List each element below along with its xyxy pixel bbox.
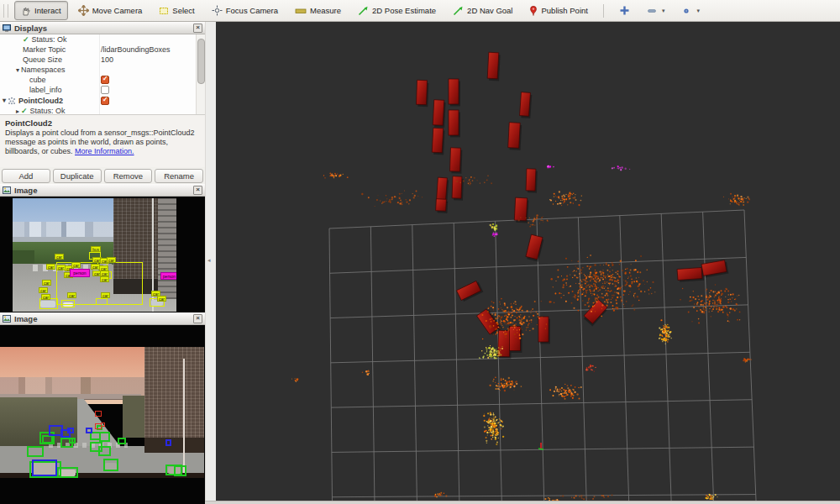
tool-measure[interactable]: Measure (288, 1, 348, 20)
green-detection-box (42, 435, 53, 444)
tool-publish-point[interactable]: Publish Point (522, 1, 594, 20)
tool-buttons: InteractMove CameraSelectFocus CameraMea… (13, 0, 596, 21)
detection-label: car (100, 276, 109, 282)
tree-row-queue-size[interactable]: Queue Size100 (0, 55, 205, 65)
chevron-down-icon[interactable]: ▾ (696, 8, 700, 14)
lidar-bounding-box (701, 260, 728, 277)
toolbar-drag-handle[interactable] (3, 4, 8, 18)
tool-minus-icon[interactable]: ▾ (640, 1, 672, 20)
chevron-right-icon[interactable]: ▸ (16, 108, 19, 115)
chevron-down-icon[interactable]: ▾ (662, 8, 665, 14)
lidar-bounding-box (514, 197, 529, 223)
check-icon: ✓ (21, 107, 28, 114)
detection-label: car (100, 270, 109, 276)
detection-label: car (46, 264, 55, 270)
property-value: /lidarBoundingBoxes (101, 45, 171, 54)
close-icon[interactable]: × (193, 186, 202, 195)
lidar-bounding-box (538, 317, 550, 344)
tool-interact[interactable]: Interact (14, 1, 68, 20)
scrollbar-thumb[interactable] (197, 39, 205, 84)
lidar-bounding-box (510, 327, 522, 354)
tool-label: Measure (310, 6, 341, 15)
tool-label: Move Camera (92, 6, 143, 15)
tool-select[interactable]: Select (152, 1, 201, 20)
close-icon[interactable]: × (193, 24, 202, 33)
lidar-bounding-box (525, 234, 544, 261)
tree-row-marker-topic[interactable]: Marker Topic/lidarBoundingBoxes (0, 45, 205, 55)
window-bottom-edge (205, 501, 840, 504)
detection-label: bus (91, 246, 101, 252)
detection-label: car (71, 262, 81, 268)
lidar-bounding-box (449, 79, 460, 107)
camera-photo-dusk (0, 347, 204, 478)
tool-dot-icon[interactable]: ▾ (675, 1, 706, 20)
remove-button[interactable]: Remove (104, 169, 153, 183)
lidar-bounding-box (582, 300, 608, 327)
green-detection-box (98, 446, 111, 456)
lidar-bounding-box (508, 123, 522, 150)
tool-plus-icon[interactable] (612, 1, 637, 20)
tool-label: Select (172, 6, 194, 15)
chevron-down-icon[interactable]: ▾ (16, 66, 19, 74)
lidar-bounding-box (416, 80, 428, 107)
property-label: Status: Ok (30, 107, 66, 114)
rename-button[interactable]: Rename (155, 169, 203, 183)
tree-row-status-ok[interactable]: ▸✓Status: Ok (0, 106, 205, 114)
lidar-bounding-box (449, 148, 462, 174)
3d-viewport[interactable] (216, 22, 840, 501)
image-panel-1-header[interactable]: Image × (0, 184, 205, 197)
add-button[interactable]: Add (2, 169, 50, 183)
tree-row-status-ok[interactable]: ✓Status: Ok (0, 34, 205, 45)
green-detection-box (27, 446, 44, 457)
property-label: PointCloud2 (18, 97, 63, 105)
property-label: label_info (29, 86, 62, 94)
camera-image-1: carcarcarcarcarcarcarcarbuscarcarcarcarc… (0, 197, 205, 312)
move-camera-icon (78, 5, 89, 16)
description-title: PointCloud2 (5, 118, 200, 128)
green-detection-box (103, 459, 118, 471)
detection-overlay: carcarcarcarcarcarcarcarbuscarcarcarcarc… (13, 198, 176, 312)
checkbox-checked[interactable] (101, 76, 109, 84)
tree-row-namespaces[interactable]: ▾Namespaces (0, 65, 205, 75)
tree-row-label-info[interactable]: label_info (0, 85, 205, 95)
property-label: Namespaces (21, 66, 66, 74)
duplicate-button[interactable]: Duplicate (53, 169, 102, 183)
lidar-bounding-box (677, 267, 704, 282)
property-label: Status: Ok (32, 35, 67, 44)
displays-panel-header[interactable]: Displays × (0, 22, 205, 34)
tool-2d-nav-goal[interactable]: 2D Nav Goal (446, 1, 519, 20)
blue-detection-box (32, 459, 57, 476)
vehicle-detection-box (96, 298, 108, 305)
image-panel-2: Image × (0, 312, 205, 504)
display-description: PointCloud2 Displays a point cloud from … (0, 114, 205, 167)
tool-move-camera[interactable]: Move Camera (71, 1, 150, 20)
image-panel-2-title: Image (14, 314, 37, 323)
checkbox-unchecked[interactable] (101, 86, 109, 94)
pose-arrow-icon (358, 6, 369, 16)
lidar-bounding-box (519, 92, 532, 118)
lidar-bounding-box (456, 281, 483, 302)
chevron-down-icon[interactable]: ▾ (3, 97, 6, 104)
property-tree: ✓Status: OkMarker Topic/lidarBoundingBox… (0, 34, 205, 114)
property-label: Marker Topic (23, 45, 66, 54)
tree-row-cube[interactable]: cube (0, 75, 205, 85)
tree-row-pointcloud2[interactable]: ▾PointCloud2 (0, 95, 205, 106)
detection-label: car (101, 292, 110, 298)
lidar-bounding-box (432, 128, 445, 155)
measure-icon (295, 7, 307, 15)
collapse-arrow-icon[interactable]: ◂ (207, 257, 211, 264)
detection-label: car (67, 292, 76, 298)
lidar-bounding-box (436, 199, 449, 213)
tool-2d-pose-estimate[interactable]: 2D Pose Estimate (351, 1, 443, 20)
checkbox-checked[interactable] (101, 97, 109, 105)
detection-label: car (107, 257, 116, 263)
more-information-link[interactable]: More Information. (75, 147, 134, 155)
toolbar: InteractMove CameraSelectFocus CameraMea… (0, 0, 840, 22)
close-icon[interactable]: × (193, 314, 202, 323)
camera-photo-day: carcarcarcarcarcarcarcarbuscarcarcarcarc… (13, 198, 176, 312)
tool-focus-camera[interactable]: Focus Camera (205, 1, 285, 20)
image-panel-2-header[interactable]: Image × (0, 312, 205, 325)
blue-detection-box (67, 428, 74, 433)
tool-label: Focus Camera (226, 6, 278, 15)
tree-scrollbar[interactable] (196, 34, 205, 114)
